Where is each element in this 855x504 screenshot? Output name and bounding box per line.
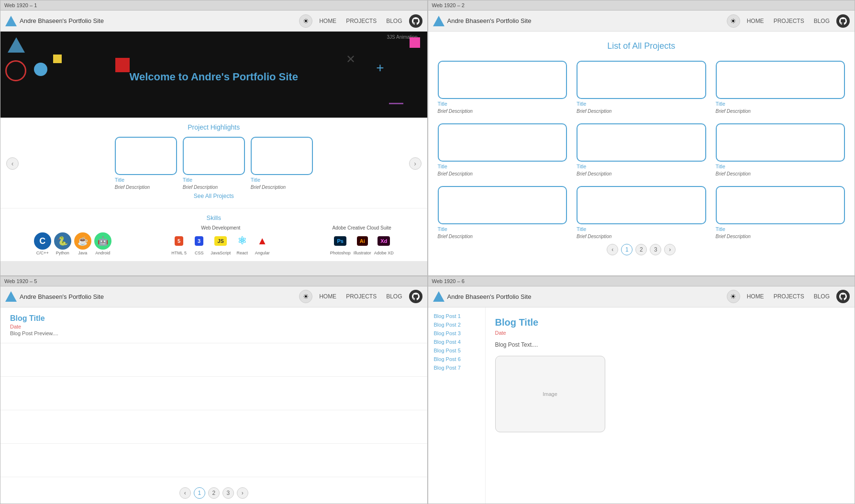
css-icon: 3 [190,232,208,250]
page-prev-projects[interactable]: ‹ [607,244,618,255]
skill-html: 5 HTML 5 [170,232,188,255]
logo-triangle-blogpost [433,291,444,302]
skill-python: 🐍 Python [54,232,71,255]
blog-content-title: Blog Title [495,317,845,328]
nav-blog-blogpost[interactable]: BLOG [811,291,833,302]
blog-sidebar-link-4[interactable]: Blog Post 5 [434,348,479,353]
blog-content-date: Date [495,330,845,336]
android-icon: 🤖 [94,232,111,250]
project-card: Title Brief Description [251,137,313,190]
nav-projects-blogpost[interactable]: PROJECTS [771,291,807,302]
nav-projects-home[interactable]: PROJECTS [343,16,379,26]
proj-desc-1: Brief Description [577,109,706,114]
navbar-home: Andre Bhaseen's Portfolio Site ☀ HOME PR… [0,11,427,32]
proj-img-3 [438,123,567,162]
theme-toggle-blogpost[interactable]: ☀ [727,290,740,303]
github-icon-projects[interactable] [836,14,850,28]
github-icon-home[interactable] [409,14,422,28]
see-all-projects[interactable]: See All Projects [6,190,422,202]
page-3-projects[interactable]: 3 [650,244,661,255]
proj-desc-2: Brief Description [716,109,845,114]
proj-title-3: Title [438,164,567,169]
nav-home-home[interactable]: HOME [316,16,339,26]
nav-home-blog[interactable]: HOME [316,291,339,302]
js-label: JavaScript [211,251,231,255]
nav-blog-blog[interactable]: BLOG [383,291,405,302]
adobe-title: Adobe Creative Cloud Suite [332,225,391,230]
projects-grid: TitleBrief Description TitleBrief Descri… [438,61,845,239]
project-card: Title Brief Description [115,137,177,190]
blog-post-item-1 [0,343,427,377]
adobe-icons: Ps Photoshop Ai Illustrator Xd Adobe XD [330,232,394,255]
theme-toggle-blog[interactable]: ☀ [299,290,312,303]
proj-img-5 [716,123,845,162]
proj-desc-0: Brief Description [438,109,567,114]
proj-desc-4: Brief Description [577,171,706,176]
blog-sidebar-link-0[interactable]: Blog Post 1 [434,313,479,319]
html-icon: 5 [170,232,188,250]
shape-dash [389,103,403,104]
nav-blog-home[interactable]: BLOG [383,16,405,26]
blog-post-title-0[interactable]: Blog Title [10,314,418,323]
logo-triangle-blog [5,291,17,302]
proj-desc-6: Brief Description [438,234,567,239]
nav-projects-blog[interactable]: PROJECTS [343,291,379,302]
page-prev-blog[interactable]: ‹ [179,487,191,499]
page-1-projects[interactable]: 1 [621,244,633,255]
project-card-title-0: Title [115,177,124,183]
project-card-img-1 [183,137,245,175]
proj-desc-7: Brief Description [577,234,706,239]
github-icon-blogpost[interactable] [836,290,850,303]
project-cards: Title Brief Description Title Brief Desc… [22,137,405,190]
blog-post-item-0: Blog Title Date Blog Post Preview.... [0,307,427,343]
navbar-icons-home: ☀ HOME PROJECTS BLOG [299,14,422,28]
blog-sidebar-link-2[interactable]: Blog Post 3 [434,330,479,336]
nav-home-projects[interactable]: HOME [744,16,767,26]
page-1-blog[interactable]: 1 [194,487,205,499]
page-3-blog[interactable]: 3 [222,487,234,499]
python-icon: 🐍 [54,232,71,250]
project-card-desc-1: Brief Description [183,185,218,190]
theme-toggle-home[interactable]: ☀ [299,14,312,28]
proj-card-3: TitleBrief Description [438,123,567,176]
proj-card-1: TitleBrief Description [577,61,706,114]
github-icon-blog[interactable] [409,290,422,303]
proj-card-2: TitleBrief Description [716,61,845,114]
skills-row: C C/C++ 🐍 Python ☕ Java 🤖 Android [6,225,422,255]
page-2-projects[interactable]: 2 [635,244,647,255]
blog-sidebar-link-1[interactable]: Blog Post 2 [434,322,479,328]
page-next-projects[interactable]: › [664,244,676,255]
project-card-desc-0: Brief Description [115,185,150,190]
shape-plus: + [376,60,384,76]
navbar-title-home: Andre Bhaseen's Portfolio Site [20,17,104,24]
nav-home-blogpost[interactable]: HOME [744,291,767,302]
proj-desc-3: Brief Description [438,171,567,176]
blog-post-item-3 [0,410,427,444]
shape-red-square [115,58,130,72]
photoshop-icon: Ps [332,232,349,250]
shape-cross: ✕ [346,53,355,66]
carousel-prev[interactable]: ‹ [6,157,19,170]
panel-blog-label: Web 1920 – 5 [0,276,427,286]
proj-card-6: TitleBrief Description [438,186,567,239]
blog-sidebar-link-3[interactable]: Blog Post 4 [434,339,479,345]
blog-sidebar-link-6[interactable]: Blog Post 7 [434,365,479,371]
blog-post-date-0: Date [10,324,418,329]
proj-img-8 [716,186,845,224]
shape-circle-outline [5,60,26,81]
nav-projects-projects[interactable]: PROJECTS [771,16,807,26]
blog-sidebar-link-5[interactable]: Blog Post 6 [434,356,479,362]
page-next-blog[interactable]: › [237,487,248,499]
python-label: Python [56,251,69,255]
page-2-blog[interactable]: 2 [208,487,220,499]
nav-blog-projects[interactable]: BLOG [811,16,833,26]
skill-cpp: C C/C++ [34,232,51,255]
proj-card-4: TitleBrief Description [577,123,706,176]
navbar-title-blogpost: Andre Bhaseen's Portfolio Site [447,293,532,300]
theme-toggle-projects[interactable]: ☀ [727,14,740,28]
navbar-icons-projects: ☀ HOME PROJECTS BLOG [727,14,850,28]
carousel-next[interactable]: › [409,157,422,170]
logo-triangle-home [5,16,17,26]
cpp-label: C/C++ [36,251,49,255]
panel-blog-list: Web 1920 – 5 Andre Bhaseen's Portfolio S… [0,276,428,504]
